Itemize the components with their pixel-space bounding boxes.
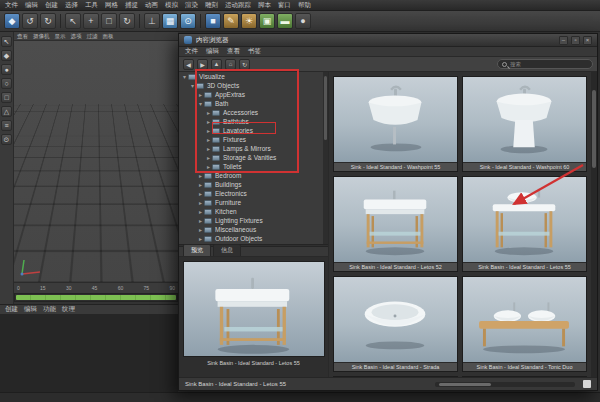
viewport-menu-panel[interactable]: 面板 — [103, 33, 114, 40]
tree-item-bathtubs[interactable]: ▸Bathtubs — [179, 117, 328, 126]
menu-motion-tracker[interactable]: 运动跟踪 — [225, 1, 251, 10]
material-menu-texture[interactable]: 纹理 — [62, 305, 75, 314]
floor-icon[interactable]: ▬ — [277, 13, 293, 29]
expander-icon[interactable]: ▸ — [197, 235, 204, 242]
material-icon[interactable]: ● — [295, 13, 311, 29]
tree-item-furniture[interactable]: ▸Furniture — [179, 198, 328, 207]
expander-icon[interactable]: ▸ — [197, 199, 204, 206]
refresh-icon[interactable]: ↻ — [239, 59, 250, 70]
menu-snap[interactable]: 捕捉 — [125, 1, 138, 10]
tree-item-bath[interactable]: ▾Bath — [179, 99, 328, 108]
minimize-icon[interactable]: – — [559, 36, 568, 45]
tab-info[interactable]: 信息 — [213, 244, 241, 256]
browser-menu-view[interactable]: 查看 — [227, 47, 240, 56]
expander-icon[interactable]: ▾ — [181, 73, 188, 80]
viewport-canvas[interactable] — [14, 41, 178, 282]
expander-icon[interactable]: ▸ — [205, 154, 212, 161]
tree-item-lavatories[interactable]: ▸Lavatories — [179, 126, 328, 135]
expander-icon[interactable]: ▸ — [205, 145, 212, 152]
menu-help[interactable]: 帮助 — [298, 1, 311, 10]
viewport[interactable]: 查看 摄像机 显示 选项 过滤 面板 — [14, 32, 178, 282]
close-icon[interactable]: × — [583, 36, 592, 45]
menu-create[interactable]: 创建 — [45, 1, 58, 10]
expander-icon[interactable]: ▾ — [197, 100, 204, 107]
menu-edit[interactable]: 编辑 — [25, 1, 38, 10]
tree-item-accessories[interactable]: ▸Accessories — [179, 108, 328, 117]
edge-mode-icon[interactable]: □ — [1, 92, 12, 103]
model-mode-icon[interactable]: ◆ — [1, 50, 12, 61]
back-icon[interactable]: ◀ — [183, 59, 194, 70]
tree-item-storage-vanities[interactable]: ▸Storage & Vanities — [179, 153, 328, 162]
tree-item-toilets[interactable]: ▸Toilets — [179, 162, 328, 171]
expander-icon[interactable]: ▸ — [205, 109, 212, 116]
viewport-menu-display[interactable]: 显示 — [55, 33, 66, 40]
expander-icon[interactable]: ▸ — [197, 208, 204, 215]
tree-item-buildings[interactable]: ▸Buildings — [179, 180, 328, 189]
asset-thumbnail[interactable]: Sink - Ideal Standard - Washpoint 55 — [333, 76, 458, 172]
menu-sculpt[interactable]: 雕刻 — [205, 1, 218, 10]
forward-icon[interactable]: ▶ — [197, 59, 208, 70]
expander-icon[interactable]: ▸ — [197, 172, 204, 179]
expander-icon[interactable]: ▸ — [197, 217, 204, 224]
material-manager-body[interactable] — [0, 315, 178, 392]
tree-scrollbar[interactable] — [323, 72, 328, 244]
tree-item-visualize[interactable]: ▾Visualize — [179, 72, 328, 81]
expander-icon[interactable]: ▸ — [205, 118, 212, 125]
select-mode-icon[interactable]: ↖ — [1, 36, 12, 47]
tree-item-lamps-mirrors[interactable]: ▸Lamps & Mirrors — [179, 144, 328, 153]
render-settings-icon[interactable]: ⊙ — [180, 13, 196, 29]
menu-file[interactable]: 文件 — [5, 1, 18, 10]
timeline-ruler[interactable]: 0 15 30 45 60 75 90 — [14, 282, 178, 293]
scale-tool-icon[interactable]: □ — [101, 13, 117, 29]
asset-thumbnail[interactable]: Sink Basin - Ideal Standard - Letos 55 — [462, 176, 587, 272]
expander-icon[interactable]: ▸ — [205, 127, 212, 134]
material-menu-function[interactable]: 功能 — [43, 305, 56, 314]
expander-icon[interactable]: ▾ — [189, 82, 196, 89]
viewport-menu-options[interactable]: 选项 — [71, 33, 82, 40]
asset-thumbnail[interactable]: Sink Basin - Ideal Standard - Letos 52 — [333, 176, 458, 272]
browser-menu-bookmarks[interactable]: 书签 — [248, 47, 261, 56]
horizontal-scrollbar[interactable] — [435, 382, 575, 387]
up-icon[interactable]: ▲ — [211, 59, 222, 70]
expander-icon[interactable]: ▸ — [205, 163, 212, 170]
tree-item-kitchen[interactable]: ▸Kitchen — [179, 207, 328, 216]
menu-render[interactable]: 渲染 — [185, 1, 198, 10]
tree-item-electronics[interactable]: ▸Electronics — [179, 189, 328, 198]
menu-animate[interactable]: 动画 — [145, 1, 158, 10]
thumbnail-scrollbar[interactable] — [591, 72, 597, 377]
undo-icon[interactable]: ↺ — [22, 13, 38, 29]
viewport-menu-cameras[interactable]: 摄像机 — [33, 33, 50, 40]
timeline-range-fill[interactable] — [16, 295, 176, 300]
viewport-menu-filter[interactable]: 过滤 — [87, 33, 98, 40]
tree-item-fixtures[interactable]: ▸Fixtures — [179, 135, 328, 144]
expander-icon[interactable]: ▸ — [197, 181, 204, 188]
window-resize-grip[interactable] — [583, 380, 591, 388]
workplane-mode-icon[interactable]: ≡ — [1, 120, 12, 131]
snap-mode-icon[interactable]: ⊙ — [1, 134, 12, 145]
material-menu-create[interactable]: 创建 — [5, 305, 18, 314]
polygon-mode-icon[interactable]: △ — [1, 106, 12, 117]
spline-pen-icon[interactable]: ✎ — [223, 13, 239, 29]
tree-item-3d-objects[interactable]: ▾3D Objects — [179, 81, 328, 90]
move-tool-icon[interactable]: + — [83, 13, 99, 29]
light-icon[interactable]: ☀ — [241, 13, 257, 29]
expander-icon[interactable]: ▸ — [197, 226, 204, 233]
browser-menu-file[interactable]: 文件 — [185, 47, 198, 56]
browser-menu-edit[interactable]: 编辑 — [206, 47, 219, 56]
menu-tools[interactable]: 工具 — [85, 1, 98, 10]
viewport-menu-view[interactable]: 查看 — [17, 33, 28, 40]
tab-preview[interactable]: 预览 — [183, 244, 211, 256]
float-window-icon[interactable]: ▫ — [571, 36, 580, 45]
texture-mode-icon[interactable]: ● — [1, 64, 12, 75]
tree-item-bedroom[interactable]: ▸Bedroom — [179, 171, 328, 180]
expander-icon[interactable]: ▸ — [205, 136, 212, 143]
expander-icon[interactable]: ▸ — [197, 190, 204, 197]
material-menu-edit[interactable]: 编辑 — [24, 305, 37, 314]
timeline-range-bar[interactable] — [14, 293, 178, 302]
menu-window[interactable]: 窗口 — [278, 1, 291, 10]
home-icon[interactable]: ⌂ — [225, 59, 236, 70]
primitive-cube-icon[interactable]: ■ — [205, 13, 221, 29]
menu-simulate[interactable]: 模拟 — [165, 1, 178, 10]
tree-item-lighting-fixtures[interactable]: ▸Lighting Fixtures — [179, 216, 328, 225]
tree-item-miscellaneous[interactable]: ▸Miscellaneous — [179, 225, 328, 234]
